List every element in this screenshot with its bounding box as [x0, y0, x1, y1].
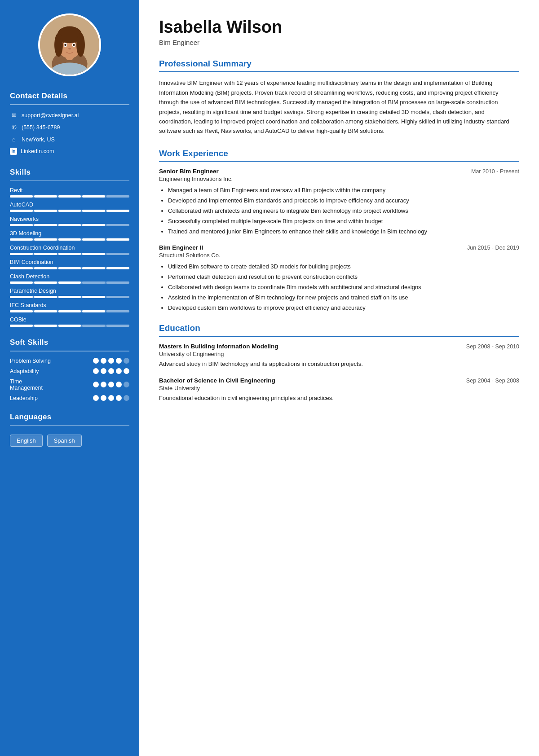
skill-name: 3D Modeling: [10, 230, 129, 237]
candidate-title: Bim Engineer: [159, 39, 519, 46]
contact-section-title: Contact Details: [10, 92, 67, 101]
skill-bar: [10, 238, 129, 241]
edu-dates: Sep 2008 - Sep 2010: [466, 343, 519, 350]
skill-bar: [10, 253, 129, 255]
main-content: Isabella Wilson Bim Engineer Professiona…: [139, 0, 539, 756]
summary-section: Professional Summary Innovative BIM Engi…: [159, 59, 519, 136]
skill-name: AutoCAD: [10, 202, 129, 208]
edu-degree: Bachelor of Science in Civil Engineering: [159, 377, 275, 384]
job-entry: Bim Engineer IIJun 2015 - Dec 2019Struct…: [159, 244, 519, 312]
job-entry: Senior Bim EngineerMar 2010 - PresentEng…: [159, 168, 519, 236]
edu-school: State University: [159, 385, 519, 391]
skills-section-title: Skills: [10, 168, 31, 177]
summary-text: Innovative BIM Engineer with 12 years of…: [159, 78, 519, 136]
job-company: Structural Solutions Co.: [159, 252, 519, 259]
job-bullet: Collaborated with architects and enginee…: [168, 207, 519, 216]
skill-item: Construction Coordination: [10, 245, 129, 255]
languages-section-title: Languages: [10, 413, 51, 422]
education-entry: Masters in Building Information Modeling…: [159, 343, 519, 369]
job-title: Senior Bim Engineer: [159, 168, 219, 175]
skill-item: AutoCAD: [10, 202, 129, 212]
phone-icon: ✆: [10, 123, 18, 132]
contact-linkedin: in LinkedIn.com: [10, 148, 129, 155]
languages-wrap: EnglishSpanish: [10, 435, 82, 447]
skills-divider: [10, 180, 129, 181]
contact-list: ✉ support@cvdesigner.ai ✆ (555) 345-6789…: [10, 111, 129, 159]
skill-name: BIM Coordination: [10, 259, 129, 265]
contact-phone: ✆ (555) 345-6789: [10, 123, 129, 132]
skills-list: RevitAutoCADNavisworks3D ModelingConstru…: [10, 187, 129, 331]
skill-name: COBie: [10, 316, 129, 323]
skill-bar: [10, 267, 129, 269]
soft-skill-row: Adaptability: [10, 368, 129, 374]
contact-divider: [10, 104, 129, 105]
avatar: [38, 13, 101, 76]
edu-degree: Masters in Building Information Modeling: [159, 343, 278, 350]
phone-value: (555) 345-6789: [22, 124, 60, 131]
svg-point-10: [73, 44, 75, 46]
edu-dates: Sep 2004 - Sep 2008: [466, 378, 519, 384]
job-bullet: Developed and implemented Bim standards …: [168, 196, 519, 206]
skill-bar: [10, 195, 129, 198]
soft-skill-dots: [93, 395, 129, 401]
soft-skill-dots: [93, 368, 129, 374]
avatar-wrap: [10, 13, 129, 76]
soft-skills-list: Problem SolvingAdaptabilityTime Manageme…: [10, 358, 129, 405]
skill-item: COBie: [10, 316, 129, 327]
skill-name: IFC Standards: [10, 302, 129, 308]
edu-school: University of Engineering: [159, 351, 519, 357]
job-dates: Mar 2010 - Present: [471, 168, 519, 175]
skill-item: Clash Detection: [10, 273, 129, 284]
sidebar: Contact Details ✉ support@cvdesigner.ai …: [0, 0, 139, 756]
language-badge: English: [10, 435, 43, 447]
job-bullets: Managed a team of Bim Engineers and over…: [159, 186, 519, 236]
skill-item: Parametric Design: [10, 288, 129, 298]
skill-item: 3D Modeling: [10, 230, 129, 241]
job-bullet: Assisted in the implementation of Bim te…: [168, 293, 519, 303]
skill-bar: [10, 310, 129, 312]
linkedin-value: LinkedIn.com: [21, 148, 54, 154]
job-company: Engineering Innovations Inc.: [159, 176, 519, 182]
summary-divider: [159, 71, 519, 72]
email-icon: ✉: [10, 111, 18, 119]
skill-name: Navisworks: [10, 216, 129, 222]
skill-bar: [10, 281, 129, 284]
svg-point-5: [54, 33, 63, 57]
job-bullet: Collaborated with design teams to coordi…: [168, 283, 519, 292]
skill-name: Parametric Design: [10, 288, 129, 294]
skill-item: IFC Standards: [10, 302, 129, 312]
skill-item: BIM Coordination: [10, 259, 129, 269]
soft-skill-name: Adaptability: [10, 368, 64, 374]
skill-item: Navisworks: [10, 216, 129, 226]
soft-skills-section-title: Soft Skills: [10, 338, 49, 347]
skill-name: Construction Coordination: [10, 245, 129, 251]
summary-title: Professional Summary: [159, 59, 519, 69]
skill-bar: [10, 224, 129, 226]
soft-skill-name: Leadership: [10, 395, 64, 401]
education-divider: [159, 336, 519, 337]
edu-description: Advanced study in BIM technology and its…: [159, 360, 519, 369]
work-divider: [159, 161, 519, 162]
work-title: Work Experience: [159, 149, 519, 158]
skill-bar: [10, 296, 129, 298]
soft-skills-divider: [10, 351, 129, 352]
job-bullet: Developed custom Bim workflows to improv…: [168, 303, 519, 313]
work-section: Work Experience Senior Bim EngineerMar 2…: [159, 149, 519, 312]
contact-email: ✉ support@cvdesigner.ai: [10, 111, 129, 119]
education-section: Education Masters in Building Informatio…: [159, 323, 519, 403]
job-bullet: Managed a team of Bim Engineers and over…: [168, 186, 519, 195]
svg-point-11: [68, 48, 71, 50]
svg-point-6: [76, 33, 85, 57]
svg-point-9: [64, 44, 66, 46]
linkedin-icon: in: [10, 148, 17, 155]
soft-skill-row: Leadership: [10, 395, 129, 401]
soft-skill-name: Problem Solving: [10, 358, 64, 364]
language-badge: Spanish: [47, 435, 82, 447]
languages-divider: [10, 425, 129, 426]
education-entry: Bachelor of Science in Civil Engineering…: [159, 377, 519, 403]
job-title: Bim Engineer II: [159, 244, 203, 251]
location-icon: ⌂: [10, 136, 18, 144]
skill-item: Revit: [10, 187, 129, 198]
email-value: support@cvdesigner.ai: [22, 112, 79, 119]
location-value: NewYork, US: [22, 136, 55, 143]
